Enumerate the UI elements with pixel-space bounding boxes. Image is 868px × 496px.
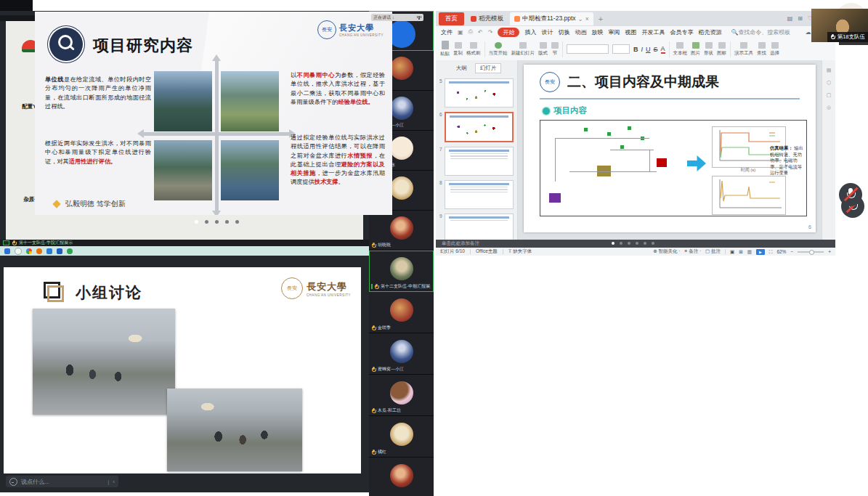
slide-thumbnail[interactable]: 5	[436, 76, 517, 110]
taskbar[interactable]	[0, 246, 370, 256]
participant-tile-active[interactable]: 第十二支队伍-中期汇报展示	[369, 251, 434, 292]
tab-close-icon[interactable]: ×	[585, 15, 589, 23]
desktop-canvas: 2.2 杂原子掺杂碳量子点的制备 配置YPD微生物培养液 置于高压蒸汽灭菌锅	[0, 0, 868, 496]
font-family-select[interactable]	[567, 44, 609, 54]
avatar	[390, 257, 413, 280]
new-tab-button[interactable]: +	[596, 15, 606, 23]
layout-button[interactable]: 版式	[538, 42, 548, 57]
menu-member[interactable]: 会员专享	[670, 28, 693, 36]
slide-thumbnail[interactable]: 8	[436, 178, 517, 211]
participant-tile[interactable]: 蜜蜂窝—小江	[369, 333, 434, 375]
participant-tile[interactable]: 木瓜-和工坊	[369, 375, 434, 416]
menu-view[interactable]: 视图	[625, 28, 636, 36]
italic-button[interactable]: I	[641, 46, 644, 53]
folder-icon[interactable]	[46, 248, 52, 254]
font-color-button[interactable]: A	[661, 45, 665, 54]
tab-docer[interactable]: 稻壳模板	[466, 12, 508, 25]
panel-tab-slides[interactable]: 幻灯片	[475, 63, 502, 73]
menu-docer-res[interactable]: 稻壳资源	[698, 28, 721, 36]
redo-icon[interactable]: ↷	[488, 29, 493, 36]
grid-icon[interactable]: ⊞	[798, 15, 803, 22]
slide-thumbnail-selected[interactable]: 6	[436, 110, 517, 145]
beautify-button[interactable]: ⊕ 智能美化 ·	[653, 248, 680, 255]
slide3-title: 小组讨论	[76, 282, 142, 303]
notes-placeholder[interactable]: 单击此处添加备注	[442, 240, 479, 247]
present-tools-button[interactable]: 演示工具	[734, 42, 753, 57]
wps-status-bar: 幻灯片 6/10 Office主题 𝕋 缺失字体 ⊕ 智能美化 · ≡ 备注 ·…	[436, 248, 835, 256]
properties-icon[interactable]: ▤	[827, 68, 832, 73]
wechat-icon[interactable]	[67, 248, 73, 254]
format-painter-button[interactable]: 格式刷	[466, 42, 481, 57]
menu-file[interactable]: 文件	[441, 28, 453, 36]
chrome-icon[interactable]	[26, 248, 32, 254]
emoji-icon[interactable]	[9, 478, 17, 486]
panel-tab-outline[interactable]: 大纲	[452, 63, 471, 73]
zoom-slider[interactable]	[798, 251, 824, 253]
bold-button[interactable]: B	[633, 46, 638, 53]
chat-input[interactable]: 说点什么... | ‹	[6, 476, 118, 487]
tab-document[interactable]: 中期检查11-23.pptx ⌄ ×	[510, 12, 593, 25]
shapes-icon	[705, 42, 713, 49]
section-button[interactable]: 节	[551, 42, 559, 57]
participant-tile[interactable]: 金咲季	[369, 292, 434, 333]
new-slide-button[interactable]: 新建幻灯片	[511, 42, 535, 57]
menu-insert[interactable]: 插入	[524, 28, 536, 36]
animation-pane-icon[interactable]: ⬡	[827, 80, 831, 86]
status-theme[interactable]: Office主题	[476, 248, 498, 255]
textbox-button[interactable]: 文本框	[673, 42, 688, 57]
participant-tile[interactable]	[369, 458, 434, 496]
beautify-dots[interactable]	[612, 242, 654, 245]
view-normal-icon[interactable]: ▣	[730, 249, 734, 255]
font-size-select[interactable]	[612, 44, 630, 54]
menu-home[interactable]: 开始	[498, 28, 519, 37]
shapes-button[interactable]: 形状	[704, 42, 713, 57]
notes-bar[interactable]: 单击此处添加备注	[436, 240, 835, 248]
play-from-page-button[interactable]: 当页开始	[489, 42, 508, 57]
copy-button[interactable]: 复制	[453, 42, 463, 57]
save-icon[interactable]: ▣	[458, 29, 463, 36]
firefox-icon[interactable]	[36, 248, 42, 254]
menu-slideshow[interactable]: 放映	[591, 28, 603, 36]
fit-icon[interactable]: ⛶	[769, 249, 773, 255]
mic-muted-button[interactable]	[839, 183, 862, 206]
section-bullet-icon	[543, 107, 550, 115]
app-icon[interactable]	[57, 248, 62, 254]
picture-button[interactable]: 图片	[691, 42, 700, 57]
menu-transition[interactable]: 切换	[558, 28, 569, 36]
tab-home[interactable]: 首页	[439, 12, 464, 25]
strikethrough-button[interactable]: S	[654, 46, 658, 53]
find-button[interactable]: 查找	[757, 42, 766, 57]
slide-pagination-dots[interactable]	[195, 220, 239, 224]
tab-pin-icon[interactable]: ⌄	[578, 15, 583, 23]
participant-tile[interactable]: 胡晓晓	[369, 211, 434, 251]
slide-thumbnail[interactable]: 7	[436, 145, 517, 178]
start-button-icon[interactable]	[4, 248, 10, 254]
notes-button[interactable]: ≡ 备注 ·	[685, 248, 702, 255]
copy-icon	[455, 42, 462, 49]
slideshow-button[interactable]: ▶	[756, 249, 765, 255]
select-button[interactable]: 选择	[770, 42, 779, 57]
underline-button[interactable]: U	[646, 46, 651, 53]
comment-pane-icon[interactable]: ▢	[827, 92, 832, 98]
help-icon[interactable]: ◎	[827, 105, 831, 110]
zoom-in-button[interactable]: +	[828, 249, 831, 254]
search-icon[interactable]	[15, 248, 22, 255]
menu-review[interactable]: 审阅	[608, 28, 620, 36]
icons-button[interactable]: 图标	[717, 42, 726, 57]
zoom-out-button[interactable]: −	[790, 249, 793, 254]
layout-icon[interactable]: ▤	[787, 15, 793, 22]
paste-button[interactable]: 粘贴	[440, 41, 450, 57]
menu-animation[interactable]: 动画	[575, 28, 586, 36]
print-icon[interactable]: ⎙	[469, 28, 473, 36]
collapse-chevron-icon[interactable]: ‹	[113, 479, 115, 485]
view-reading-icon[interactable]: ▥	[747, 249, 752, 255]
status-missing-font[interactable]: 𝕋 缺失字体	[508, 248, 532, 255]
undo-icon[interactable]: ↶	[478, 29, 483, 36]
command-search[interactable]: 🔍查找命令、搜索模板	[731, 28, 790, 36]
menu-devtools[interactable]: 开发工具	[641, 28, 665, 36]
view-sorter-icon[interactable]: ⊞	[739, 249, 742, 255]
university-name-cn: 長安大學	[339, 23, 384, 33]
comments-button[interactable]: ▢ 批注	[705, 248, 721, 255]
menu-design[interactable]: 设计	[541, 28, 553, 36]
participant-tile[interactable]: 橘红	[369, 416, 434, 458]
